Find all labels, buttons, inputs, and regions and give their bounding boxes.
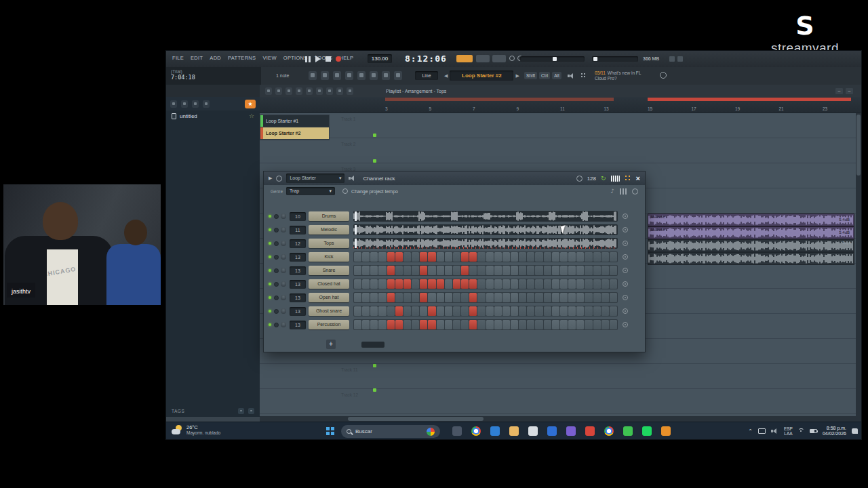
step-cell[interactable] [395,279,403,289]
forward-icon[interactable] [192,100,199,108]
step-cell[interactable] [354,293,361,302]
melodic-clip-1[interactable]: Melodic 5.4dB [648,214,854,226]
step-cell[interactable] [486,252,494,262]
tempo-display[interactable]: 130.00 [368,54,392,63]
step-cell[interactable] [412,306,419,316]
step-cell[interactable] [535,279,542,289]
record-button[interactable] [336,56,341,62]
step-cell[interactable] [585,252,592,262]
cycle-icon[interactable]: ↻ [601,175,606,182]
step-cell[interactable] [544,293,551,302]
step-cell[interactable] [494,306,502,316]
playlist-hscrollbar[interactable] [260,416,856,422]
pattern-name[interactable]: Loop Starter #2 [450,70,513,81]
search-box[interactable]: Buscar [341,425,440,438]
draw-tool-icon[interactable] [285,87,292,95]
step-cell[interactable] [568,266,576,275]
step-cell[interactable] [593,306,601,316]
step-cell[interactable] [362,266,370,275]
channel-mute-toggle[interactable] [274,268,279,273]
step-cell[interactable] [477,266,485,275]
step-cell[interactable] [428,266,435,275]
step-cell[interactable] [378,293,386,302]
step-cell[interactable] [469,293,477,302]
play-button[interactable] [315,56,321,62]
menu-file[interactable]: FILE [169,55,187,61]
info-icon[interactable] [660,72,667,79]
step-cell[interactable] [494,279,502,289]
graph-icon[interactable] [620,188,627,195]
step-cell[interactable] [437,266,444,275]
step-cell[interactable] [576,306,584,316]
step-cell[interactable] [477,279,485,289]
file-explorer-icon[interactable] [450,424,464,438]
weather-widget[interactable]: 26°C Mayorm. nublado [172,424,220,435]
channel-button-tops[interactable]: Tops [309,239,349,248]
channel-waveform-tops[interactable] [353,238,618,249]
step-cell[interactable] [378,320,386,329]
step-cell[interactable] [519,252,526,262]
step-cell[interactable] [601,266,609,275]
volume-icon[interactable] [771,428,778,434]
step-cell[interactable] [354,306,361,316]
step-cell[interactable] [354,320,361,329]
step-cell[interactable] [544,279,551,289]
step-cell[interactable] [568,279,576,289]
step-cell[interactable] [461,293,469,302]
melodic-clip-2[interactable]: Melodic 5.4dB [648,226,854,239]
channel-number[interactable]: 13 [290,321,306,329]
step-cell[interactable] [494,252,502,262]
master-volume-slider[interactable] [592,56,638,62]
step-cell[interactable] [535,306,542,316]
search-highlight-icon[interactable] [427,428,435,436]
step-cell[interactable] [437,293,444,302]
step-cell[interactable] [585,279,592,289]
step-cell[interactable] [387,279,395,289]
chrome-icon[interactable] [469,424,483,438]
step-cell[interactable] [412,279,419,289]
tops-clip-1[interactable]: Tops [648,239,854,252]
channel-waveform-drums[interactable] [353,211,618,222]
step-cell[interactable] [453,320,460,329]
step-cell[interactable] [370,306,378,316]
mixer-toggle-icon[interactable] [394,71,402,80]
undo-icon[interactable] [509,56,515,61]
notification-icon[interactable] [852,428,858,434]
step-cell[interactable] [502,266,510,275]
preview-speaker-icon[interactable] [568,73,575,79]
pitch-thumb[interactable] [553,57,557,61]
step-cell[interactable] [428,279,435,289]
pause-button[interactable] [305,56,311,62]
step-cell[interactable] [593,266,601,275]
step-cell[interactable] [610,279,617,289]
step-cell[interactable] [461,279,469,289]
channel-number[interactable]: 13 [290,253,306,262]
step-cell[interactable] [519,293,526,302]
step-cell[interactable] [535,266,542,275]
whatsapp-icon[interactable] [620,424,635,438]
browser-icon[interactable] [601,424,616,438]
step-cell[interactable] [519,266,526,275]
channel-number[interactable]: 10 [290,212,306,221]
multilink-icon[interactable] [345,71,353,80]
touch-controller-icon[interactable] [333,71,341,80]
channel-mute-toggle[interactable] [274,309,279,314]
pattern-next-icon[interactable]: ▶ [515,73,519,79]
step-cell[interactable] [511,279,518,289]
channel-target-icon[interactable] [623,227,628,232]
preset-tab[interactable]: Loop Starter▾ [286,174,344,183]
step-cell[interactable] [354,266,361,275]
piano-keyboard-icon[interactable] [321,71,329,80]
channel-mute-toggle[interactable] [274,282,279,287]
fl-cloud-button[interactable] [456,55,473,62]
rack-hscroll[interactable] [361,342,384,348]
piano-roll-icon[interactable] [611,176,620,182]
step-cell[interactable] [585,320,592,329]
channel-mute-toggle[interactable] [274,241,279,246]
step-cell[interactable] [527,279,534,289]
zoom-tool-icon[interactable] [347,87,353,95]
step-cell[interactable] [445,252,452,262]
wait-button[interactable] [492,55,506,62]
step-cell[interactable] [428,320,435,329]
step-cell[interactable] [535,320,542,329]
